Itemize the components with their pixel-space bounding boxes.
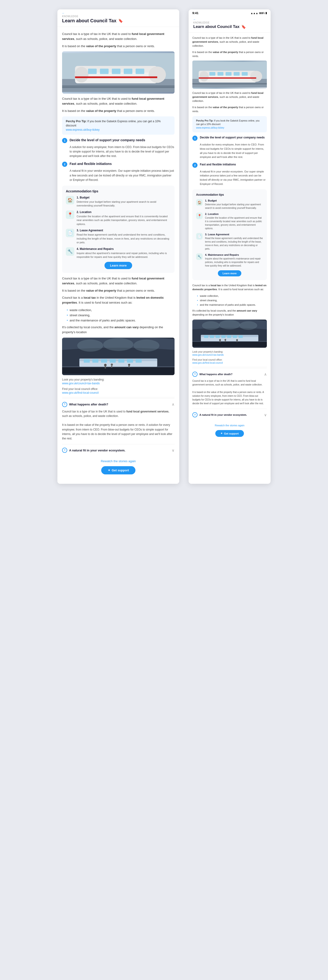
left-banding-url[interactable]: www.gov.uk/council-tax-bands [62, 382, 174, 385]
right-station-image [192, 320, 267, 348]
svg-point-18 [103, 338, 133, 351]
list-item: street cleaning, [67, 313, 174, 318]
left-faq2-header[interactable]: ? A natural fit in your vendor ecosystem… [62, 448, 174, 453]
left-maintenance-title: 4. Maintenance and Repairs [77, 247, 171, 251]
right-lease-title: 3. Lease Agreement [205, 233, 263, 236]
left-location-desc: Consider the location of the apartment a… [77, 215, 171, 226]
right-tip-budget: 🏠 1. Budget Determine your budget before… [196, 199, 263, 210]
left-back-button[interactable]: ← [62, 12, 174, 14]
right-faq2-title: A natural fit in your vendor ecosystem. [200, 414, 247, 416]
list-item: waste collection, [67, 308, 174, 313]
right-para-after-img2: It is based on the value of the property… [192, 105, 267, 113]
left-content: Council tax is a type of tax in the UK t… [57, 27, 179, 484]
svg-point-19 [133, 339, 160, 352]
left-faq1-body: Council tax is a type of tax in the UK t… [62, 409, 174, 441]
list-item: street cleaning, [197, 298, 267, 303]
left-location-title: 2. Location [77, 210, 171, 214]
right-page-title: Learn about Council Tax [193, 24, 239, 29]
wifi-icon: WiFi [259, 12, 265, 14]
left-breadcrumb: KNOWLEDGE [62, 15, 174, 18]
right-bullet-list: waste collection, street cleaning, and t… [197, 294, 267, 307]
right-faq2: ? A natural fit in your vendor ecosystem… [192, 409, 267, 421]
svg-point-17 [77, 339, 103, 352]
right-tip-link[interactable]: www.express.uk/buy-tickey [196, 126, 224, 129]
svg-rect-30 [105, 366, 106, 368]
right-back-button[interactable]: ← [193, 18, 266, 21]
svg-rect-43 [217, 72, 223, 76]
right-faq1-header[interactable]: ? What happens after death? ∧ [192, 372, 267, 377]
right-breadcrumb: KNOWLEDGE [193, 21, 266, 24]
right-tip-location: 📍 2. Location Consider the location of t… [196, 213, 263, 230]
right-faq2-chevron-icon: ∨ [264, 413, 267, 417]
right-get-support-button[interactable]: ✦ Get support [215, 430, 244, 437]
right-faq1: ? What happens after death? ∧ Council ta… [192, 368, 267, 409]
right-amount-text: It's collected by local councils, and th… [192, 309, 267, 317]
right-para-after-img: Council tax is a type of tax in the UK t… [192, 91, 267, 103]
right-learn-more-button[interactable]: Learn more [218, 270, 241, 276]
svg-rect-47 [199, 78, 256, 79]
svg-rect-37 [192, 83, 267, 84]
left-page-title: Learn about Council Tax [62, 18, 116, 24]
left-local-tax: Council tax is a local tax in the United… [62, 295, 174, 305]
right-local-tax: Council tax is a local tax in the United… [192, 283, 267, 291]
left-tip-box: Perchy Pro Tip: If you book the Gatwick … [62, 116, 174, 135]
svg-point-41 [200, 71, 209, 82]
left-links-section: Look you your property's banding: www.go… [62, 378, 174, 395]
svg-rect-25 [109, 359, 116, 363]
right-budget-icon: 🏠 [196, 199, 203, 206]
svg-rect-64 [220, 341, 220, 342]
left-faq2-badge: ? [62, 448, 67, 453]
right-tip-lease: 📄 3. Lease Agreement Read the lease agre… [196, 233, 263, 251]
right-maintenance-desc: Inquire about the apartment's maintenanc… [205, 257, 263, 267]
right-rewatch-link[interactable]: Rewatch the stories again [192, 421, 267, 428]
svg-point-7 [75, 67, 89, 82]
left-lease-icon: 📄 [66, 229, 74, 237]
list-item: waste collection, [197, 294, 267, 298]
right-intro2: It is based on the value of the property… [192, 50, 267, 58]
left-section2: 2 Fast and flexible initiations A natura… [62, 162, 174, 182]
left-tip-budget: 🏠 1. Budget Determine your budget before… [66, 196, 171, 208]
left-council-url[interactable]: www.gov.uk/find-local-council [62, 391, 174, 395]
left-bookmark-icon[interactable]: 🔖 [118, 19, 123, 23]
right-budget-title: 1. Budget [205, 199, 263, 202]
left-faq1-badge: ? [62, 402, 67, 407]
left-faq1-header[interactable]: ? What happens after death? ∧ [62, 402, 174, 407]
right-support-star-icon: ✦ [220, 432, 223, 435]
svg-rect-46 [242, 72, 248, 76]
left-section1: 1 Decide the level of support your compa… [62, 138, 174, 159]
left-rewatch-link[interactable]: Rewatch the stories again [62, 456, 174, 464]
svg-rect-13 [75, 76, 157, 78]
right-council-url[interactable]: www.gov.uk/find-local-council [192, 361, 267, 364]
right-banding-url[interactable]: www.gov.uk/council-tax-bands [192, 353, 267, 356]
right-accom-tips-card: Accommodation tips 🏠 1. Budget Determine… [192, 189, 267, 280]
support-star-icon: ✦ [108, 469, 110, 472]
svg-rect-2 [62, 86, 174, 87]
right-tip-maintenance: 🔧 4. Maintenance and Repairs Inquire abo… [196, 253, 263, 267]
right-location-icon: 📍 [196, 213, 203, 219]
svg-rect-58 [215, 336, 220, 338]
svg-rect-3 [62, 87, 174, 88]
right-section2-title: Fast and flexible initiations [200, 162, 236, 167]
left-para4: It is based on the value of the property… [62, 109, 174, 113]
svg-rect-10 [112, 69, 120, 74]
left-get-support-button[interactable]: ✦ Get support [101, 466, 136, 474]
right-bookmark-icon[interactable]: 🔖 [241, 25, 246, 29]
left-bullet-list: waste collection, street cleaning, and t… [67, 308, 174, 323]
right-accom-tips-title: Accommodation tips [196, 193, 263, 196]
left-tip-lease: 📄 3. Lease Agreement Read the lease agre… [66, 229, 171, 245]
right-faq2-header[interactable]: ? A natural fit in your vendor ecosystem… [192, 412, 267, 417]
right-section1-body: A solution for every employee, from inte… [200, 143, 267, 159]
left-tip-link[interactable]: www.express.uk/buy-tickey [66, 128, 100, 131]
right-location-desc: Consider the location of the apartment a… [205, 216, 263, 230]
back-arrow-icon: ← [62, 12, 65, 14]
list-item: and the maintenance of parks and public … [67, 318, 174, 323]
left-header: ← KNOWLEDGE Learn about Council Tax 🔖 [57, 10, 179, 27]
svg-rect-56 [204, 336, 208, 338]
svg-rect-49 [192, 342, 267, 347]
right-council-label: Find your local council office: [192, 358, 267, 361]
left-budget-icon: 🏠 [66, 196, 74, 204]
right-faq1-badge: ? [192, 372, 198, 377]
left-section2-title: Fast and flexible initiations [70, 162, 112, 166]
left-learn-more-button[interactable]: Learn more [105, 262, 132, 269]
right-lease-icon: 📄 [196, 233, 203, 240]
